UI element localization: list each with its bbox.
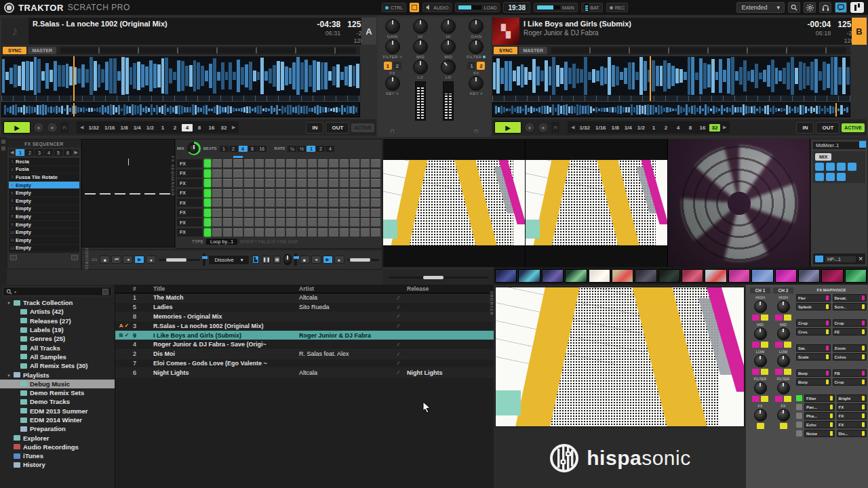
tree-item-edm-2014-winter[interactable]: EDM 2014 Winter — [0, 415, 115, 424]
copy-icon[interactable] — [10, 255, 17, 260]
video-thumbnail[interactable] — [542, 269, 564, 283]
fx-button-sat[interactable]: Sat. — [796, 344, 831, 352]
fx-slot[interactable]: 9Empty — [9, 221, 79, 229]
play-button-right[interactable]: ▶ — [323, 256, 333, 264]
loop-size-1-2[interactable]: 1/2 — [144, 124, 156, 131]
step-cell[interactable] — [340, 159, 349, 167]
step-cell[interactable] — [286, 199, 296, 207]
fx-row-enable-button[interactable] — [204, 209, 211, 217]
rew-button-left[interactable]: ⏮ — [111, 256, 121, 264]
step-cell[interactable] — [371, 209, 380, 217]
tabs-left-arrow-icon[interactable]: ◀ — [9, 149, 15, 156]
tree-item-genres-25-[interactable]: Genres (25) — [0, 334, 115, 343]
beats-option-16[interactable]: 16 — [258, 146, 267, 152]
ch1-fx-on-button[interactable] — [757, 423, 764, 429]
rate-option-¼[interactable]: ¼ — [288, 146, 296, 152]
ch1-high-kill-a[interactable] — [752, 314, 760, 321]
ch-b-filter-knob[interactable] — [469, 39, 484, 54]
step-cell[interactable] — [340, 199, 349, 207]
step-cell[interactable] — [318, 199, 328, 207]
step-cell[interactable] — [233, 209, 243, 217]
fx-select-indicator[interactable] — [796, 395, 802, 401]
loop-size-16[interactable]: 16 — [206, 124, 217, 131]
ch1-low-knob[interactable] — [754, 354, 767, 367]
ch2-filter-kill-b[interactable] — [784, 396, 791, 402]
deck-b-loop-active-button[interactable]: ACTIVE — [842, 123, 865, 132]
ch1-filter-kill-a[interactable] — [752, 396, 760, 402]
step-cell[interactable] — [244, 199, 254, 207]
tree-item-playlists[interactable]: ▾Playlists — [0, 370, 115, 379]
preview-volume-slider[interactable] — [389, 277, 488, 279]
fx-button-pha[interactable]: Pha... — [804, 412, 835, 420]
fx-row-select[interactable]: FX — [177, 228, 203, 237]
loop-size-1-8[interactable]: 1/8 — [610, 124, 621, 131]
fx-row-enable-button[interactable] — [204, 199, 211, 207]
step-cell[interactable] — [308, 218, 317, 226]
loop-size-1-4[interactable]: 1/4 — [132, 124, 143, 131]
fx-slot[interactable]: 6Empty — [9, 197, 79, 205]
step-cell[interactable] — [265, 228, 275, 237]
rate-option-2[interactable]: 2 — [316, 146, 325, 152]
deck-b-loop-in-button[interactable]: IN — [796, 122, 814, 134]
tree-item-audio-recordings[interactable]: Audio Recordings — [0, 443, 115, 451]
step-cell[interactable] — [361, 209, 370, 217]
step-cell[interactable] — [255, 228, 264, 237]
ch2-fx-on-button[interactable] — [780, 423, 787, 429]
step-cell[interactable] — [340, 169, 349, 178]
fx-seq-tab-6[interactable]: 6 — [64, 149, 73, 156]
monitor-toggle[interactable] — [815, 256, 823, 262]
deck-a-loop-active-button[interactable]: ACTIVE — [351, 123, 374, 132]
step-cell[interactable] — [265, 209, 275, 217]
loop-size-32[interactable]: 32 — [218, 124, 229, 131]
ch-a-eq-mid-knob[interactable] — [413, 39, 428, 54]
step-cell[interactable] — [276, 159, 285, 167]
ch1-low-kill-b[interactable] — [761, 369, 768, 375]
column-release[interactable]: Release — [407, 285, 494, 292]
step-cell[interactable] — [297, 199, 307, 207]
fx-seq-tab-2[interactable]: 2 — [25, 149, 34, 156]
step-cell[interactable] — [297, 169, 307, 178]
column-num[interactable]: # — [133, 285, 153, 292]
beats-option-1[interactable]: 1 — [220, 146, 229, 152]
loop-size-16[interactable]: 16 — [697, 124, 708, 131]
ch1-high-kill-b[interactable] — [761, 314, 768, 321]
play-button-left[interactable]: ▶ — [134, 256, 144, 264]
step-cell[interactable] — [340, 218, 349, 226]
step-cell[interactable] — [350, 159, 359, 167]
deck-b-sync-button[interactable]: SYNC — [494, 47, 517, 54]
fx-button-fx[interactable]: FX — [837, 412, 867, 420]
tooltip-icon[interactable] — [835, 2, 847, 13]
step-cell[interactable] — [361, 228, 370, 237]
step-cell[interactable] — [212, 218, 222, 226]
mix-button[interactable]: MIX — [815, 153, 831, 161]
step-cell[interactable] — [255, 169, 264, 178]
preferences-gear-icon[interactable] — [804, 2, 816, 13]
fx-button-bright[interactable]: Bright — [837, 394, 867, 402]
blend-knob[interactable] — [283, 254, 291, 265]
ch-a-cue-headphones-icon[interactable]: ∩ — [390, 127, 395, 134]
loop-right-arrow-icon[interactable]: ▶ — [722, 125, 728, 130]
fx-button-crop[interactable]: Crop — [833, 319, 867, 327]
step-cell[interactable] — [212, 228, 222, 237]
deck-b-focus-tab[interactable]: B — [852, 18, 867, 45]
step-cell[interactable] — [340, 209, 349, 217]
step-cell[interactable] — [350, 209, 359, 217]
step-cell[interactable] — [223, 179, 233, 187]
ch2-low-knob[interactable] — [777, 354, 790, 367]
step-cell[interactable] — [223, 218, 233, 226]
step-cell[interactable] — [255, 218, 264, 226]
fx-seq-tab-3[interactable]: 3 — [35, 149, 43, 156]
step-cell[interactable] — [286, 179, 296, 187]
folder-icon[interactable]: ▙ — [252, 256, 260, 264]
step-cell[interactable] — [371, 228, 380, 237]
step-cell[interactable] — [297, 179, 307, 187]
ch-b-gain-knob[interactable] — [469, 19, 484, 34]
deck-b-cue-button[interactable]: ● — [524, 122, 535, 133]
fx-slot[interactable]: 5Empty — [9, 189, 79, 197]
fullscreen-icon[interactable]: ✕ — [858, 256, 863, 262]
step-cell[interactable] — [244, 169, 254, 178]
video-thumbnail[interactable] — [798, 269, 820, 283]
ch1-mid-kill-b[interactable] — [761, 342, 768, 348]
column-artist[interactable]: Artist — [299, 285, 397, 292]
step-cell[interactable] — [350, 189, 359, 197]
